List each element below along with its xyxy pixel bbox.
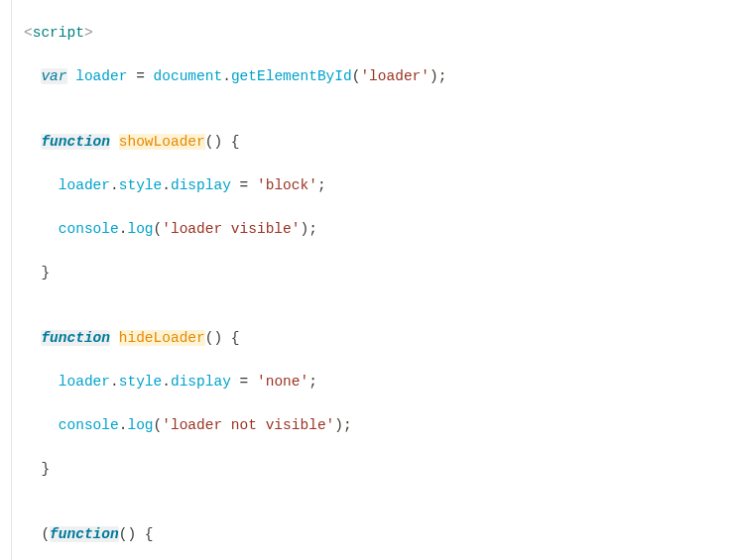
code-line: (function() { (24, 523, 533, 545)
paren: ) (334, 417, 343, 433)
dot: . (110, 374, 119, 390)
string: 'loader not visible' (162, 417, 334, 433)
paren: ) (300, 221, 308, 237)
paren: ( (154, 417, 163, 433)
code-line: function showLoader() { (24, 131, 533, 153)
code-line: function hideLoader() { (24, 327, 533, 349)
dot: . (162, 374, 171, 390)
code-editor: <script> var loader = document.getElemen… (0, 0, 735, 560)
brace: { (222, 134, 239, 150)
keyword: function (50, 526, 119, 542)
code-line: } (24, 262, 533, 283)
code-line: loader.style.display = 'block'; (24, 174, 533, 196)
method: getElementById (231, 68, 352, 84)
keyword: var (41, 68, 66, 84)
code-line: } (24, 458, 533, 480)
semicolon: ; (438, 68, 447, 84)
paren: ) (429, 68, 438, 84)
text: = (127, 68, 153, 84)
identifier: console (59, 221, 119, 237)
code-line: var loader = document.getElementById('lo… (24, 65, 533, 87)
function-name: showLoader (119, 134, 205, 150)
function-name: hideLoader (119, 330, 205, 346)
method: log (127, 221, 153, 237)
semicolon: ; (308, 374, 317, 390)
code-line: <script> (24, 22, 533, 44)
string: 'loader' (360, 68, 429, 84)
dot: . (222, 68, 231, 84)
paren: ) (213, 330, 222, 346)
tag-name: script (33, 25, 84, 41)
dot: . (162, 177, 171, 193)
brace: } (41, 461, 50, 477)
semicolon: ; (343, 417, 352, 433)
gutter (0, 0, 18, 560)
identifier: loader (59, 374, 110, 390)
identifier: loader (59, 177, 110, 193)
paren: ( (154, 221, 163, 237)
property: style (119, 177, 163, 193)
paren: ( (41, 526, 50, 542)
brace: { (136, 526, 153, 542)
semicolon: ; (317, 177, 326, 193)
code-line: console.log('loader not visible'); (24, 414, 533, 436)
code-content: <script> var loader = document.getElemen… (18, 0, 533, 560)
property: display (171, 177, 231, 193)
text: = (231, 374, 257, 390)
dot: . (110, 177, 119, 193)
keyword: function (41, 330, 110, 346)
property: style (119, 374, 163, 390)
semicolon: ; (308, 221, 317, 237)
brace: { (222, 330, 239, 346)
identifier: loader (75, 68, 127, 84)
method: log (127, 417, 153, 433)
keyword: function (41, 134, 110, 150)
property: display (171, 374, 231, 390)
angle-bracket: < (24, 25, 33, 41)
identifier: document (154, 68, 223, 84)
string: 'loader visible' (162, 221, 300, 237)
angle-bracket: > (84, 25, 93, 41)
identifier: console (59, 417, 119, 433)
string: 'block' (257, 177, 317, 193)
code-line: loader.style.display = 'none'; (24, 371, 533, 392)
paren: ) (127, 526, 136, 542)
brace: } (41, 265, 50, 280)
string: 'none' (257, 374, 308, 390)
paren: ) (213, 134, 222, 150)
text: = (231, 177, 257, 193)
code-line: console.log('loader visible'); (24, 218, 533, 240)
